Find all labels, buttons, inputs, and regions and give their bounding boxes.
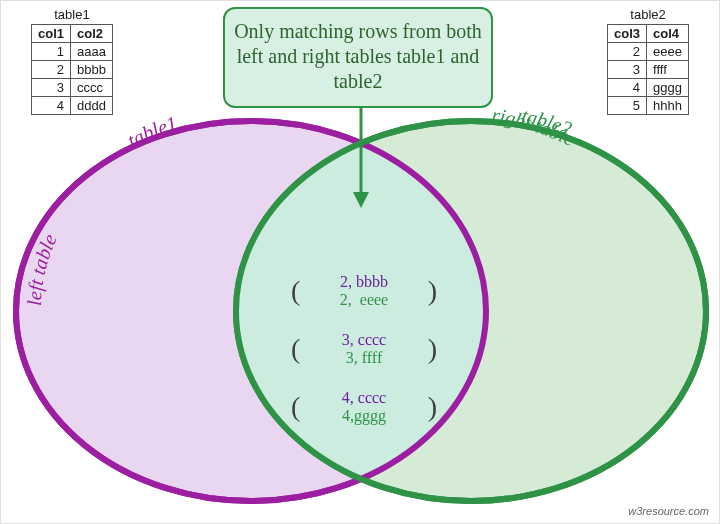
table2-header-col3: col3	[608, 25, 647, 43]
table-row: 3cccc	[32, 79, 113, 97]
callout-text: Only matching rows from both left and ri…	[234, 20, 482, 92]
table1-caption: table1	[31, 7, 113, 24]
table2-header-col4: col4	[647, 25, 689, 43]
table1-header-col2: col2	[71, 25, 113, 43]
match-right-row: 4,gggg	[299, 407, 429, 425]
attribution: w3resource.com	[628, 505, 709, 517]
table-row: 1aaaa	[32, 43, 113, 61]
match-left-row: 4, cccc	[299, 389, 429, 407]
table-row: 4gggg	[608, 79, 689, 97]
table-row: 3ffff	[608, 61, 689, 79]
callout-box: Only matching rows from both left and ri…	[223, 7, 493, 108]
match-pair: ( 2, bbbb 2, eeee )	[299, 273, 429, 309]
table2-caption: table2	[607, 7, 689, 24]
match-pair: ( 3, cccc 3, ffff )	[299, 331, 429, 367]
match-pair: ( 4, cccc 4,gggg )	[299, 389, 429, 425]
match-right-row: 2, eeee	[299, 291, 429, 309]
match-right-row: 3, ffff	[299, 349, 429, 367]
match-left-row: 2, bbbb	[299, 273, 429, 291]
table1-header-col1: col1	[32, 25, 71, 43]
diagram-canvas: table1 col1 col2 1aaaa 2bbbb 3cccc 4dddd…	[0, 0, 720, 524]
match-left-row: 3, cccc	[299, 331, 429, 349]
table-row: 2eeee	[608, 43, 689, 61]
intersection-matches: ( 2, bbbb 2, eeee ) ( 3, cccc 3, ffff ) …	[299, 273, 429, 447]
table-row: 2bbbb	[32, 61, 113, 79]
